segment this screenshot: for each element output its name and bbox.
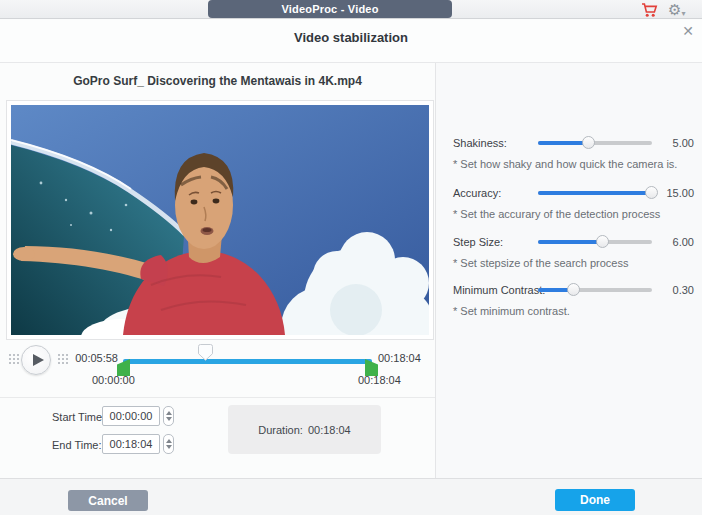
- app-title-tab: VideoProc - Video: [208, 0, 452, 18]
- playhead-marker[interactable]: [198, 344, 213, 361]
- shakiness-value: 5.00: [650, 137, 694, 149]
- cancel-button[interactable]: Cancel: [68, 490, 148, 511]
- dialog-header: Video stabilization ✕: [0, 20, 702, 63]
- start-time-input[interactable]: 00:00:00: [102, 406, 160, 426]
- divider: [0, 397, 435, 398]
- current-time: 00:05:58: [70, 352, 118, 364]
- page-title: Video stabilization: [0, 30, 702, 45]
- done-button[interactable]: Done: [555, 489, 635, 511]
- timeline-track[interactable]: [123, 359, 372, 364]
- surfer-video-frame: [11, 105, 429, 335]
- start-time-label: Start Time:: [52, 411, 105, 423]
- end-time-input[interactable]: 00:18:04: [102, 434, 160, 454]
- play-icon: [33, 354, 44, 366]
- stepper-up-icon[interactable]: [166, 439, 172, 443]
- step-size-row: Step Size: 6.00 * Set stepsize of the se…: [436, 236, 702, 282]
- total-time: 00:18:04: [378, 352, 421, 364]
- preview-panel: GoPro Surf_ Discovering the Mentawais in…: [0, 63, 435, 478]
- minimum-contrast-description: * Set minimum contrast.: [453, 305, 570, 317]
- shakiness-row: Shakiness: 5.00 * Set how shaky and how …: [436, 137, 702, 183]
- stepper-up-icon[interactable]: [166, 411, 172, 415]
- step-size-label: Step Size:: [453, 236, 503, 248]
- duration-value: 00:18:04: [308, 424, 351, 436]
- shakiness-label: Shakiness:: [453, 137, 507, 149]
- step-size-description: * Set stepsize of the search process: [453, 257, 628, 269]
- duration-label: Duration:: [258, 424, 303, 436]
- stabilization-settings-panel: Shakiness: 5.00 * Set how shaky and how …: [435, 63, 702, 478]
- gear-icon[interactable]: ⚙▾: [668, 0, 690, 19]
- accuracy-slider[interactable]: [538, 191, 652, 195]
- close-icon[interactable]: ✕: [678, 21, 698, 41]
- video-preview: [6, 100, 434, 340]
- accuracy-label: Accuracy:: [453, 187, 501, 199]
- minimum-contrast-row: Minimum Contrast: 0.30 * Set minimum con…: [436, 284, 702, 330]
- slider-thumb[interactable]: [567, 283, 580, 296]
- end-time-stepper[interactable]: [163, 434, 174, 454]
- trim-end-time: 00:18:04: [358, 374, 401, 386]
- shakiness-slider[interactable]: [538, 141, 652, 145]
- step-size-value: 6.00: [650, 236, 694, 248]
- play-button[interactable]: [21, 345, 51, 375]
- timeline: [123, 344, 372, 384]
- slider-thumb[interactable]: [596, 235, 609, 248]
- stepper-down-icon[interactable]: [166, 445, 172, 449]
- accuracy-description: * Set the accurary of the detection proc…: [453, 208, 660, 220]
- slider-thumb[interactable]: [582, 136, 595, 149]
- drag-handle-icon[interactable]: [57, 353, 70, 366]
- minimum-contrast-value: 0.30: [650, 284, 694, 296]
- dialog-footer: Cancel Done: [0, 478, 702, 515]
- accuracy-value: 15.00: [650, 187, 694, 199]
- step-size-slider[interactable]: [538, 240, 652, 244]
- end-time-label: End Time:: [52, 439, 102, 451]
- videoproc-window: VideoProc - Video ⚙▾ Video stabilization…: [0, 0, 702, 515]
- slider-fill: [538, 240, 603, 244]
- duration-display: Duration: 00:18:04: [228, 405, 381, 454]
- slider-fill: [538, 191, 652, 195]
- minimum-contrast-label: Minimum Contrast:: [453, 284, 545, 296]
- shakiness-description: * Set how shaky and how quick the camera…: [453, 158, 677, 170]
- start-time-stepper[interactable]: [163, 406, 174, 426]
- accuracy-row: Accuracy: 15.00 * Set the accurary of th…: [436, 187, 702, 233]
- chevron-down-icon: ▾: [681, 9, 685, 18]
- cart-icon[interactable]: [640, 2, 658, 18]
- minimum-contrast-slider[interactable]: [538, 288, 652, 292]
- stepper-down-icon[interactable]: [166, 417, 172, 421]
- video-filename: GoPro Surf_ Discovering the Mentawais in…: [0, 74, 435, 88]
- trim-start-time: 00:00:00: [92, 374, 135, 386]
- drag-handle-icon[interactable]: [8, 353, 21, 366]
- titlebar: VideoProc - Video ⚙▾: [0, 0, 702, 19]
